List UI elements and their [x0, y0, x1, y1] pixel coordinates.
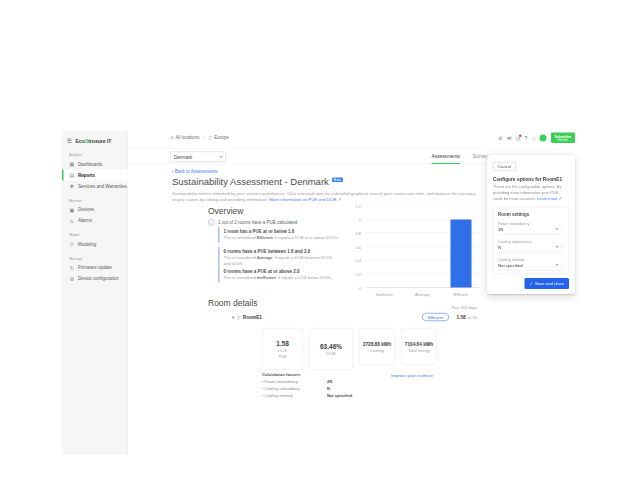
room-settings-card: Room settings Power redundancy 2N ▾ ⋮ Co…: [493, 207, 569, 275]
modeling-icon: ◇: [69, 241, 75, 247]
tab-assessments[interactable]: Assessments: [432, 149, 460, 164]
utility-icons: ⊘ ✉ ◷ ? ∷ Schneider Electric: [498, 133, 575, 144]
room-pue-tolerance: ±0.26: [467, 316, 477, 321]
tile-pue: 1.58 ±0.26 PUE: [262, 328, 303, 370]
pue-dcie-info-link[interactable]: More information on PUE and DCiE ↗: [269, 197, 341, 202]
location-pin-icon: ⊙: [170, 135, 174, 140]
search-icon[interactable]: ⊘: [498, 135, 502, 140]
cooling-method-select[interactable]: Cooling method Not specified ▾ ⋮: [498, 257, 564, 271]
firmware-update-icon: ↻: [69, 265, 75, 271]
sidebar-item-alarms[interactable]: ⚠ Alarms: [62, 215, 128, 226]
sidebar-section-monitor: Monitor: [69, 198, 128, 203]
chart-ytick-label: 1.2: [350, 204, 361, 209]
chart-bar-efficient: [450, 220, 471, 288]
sidebar-item-device-configuration[interactable]: ⚙ Device configuration: [62, 273, 128, 284]
schneider-electric-logo[interactable]: Schneider Electric: [551, 133, 575, 144]
devices-icon: ▣: [69, 207, 75, 213]
panel-description: These are the configurable options. By p…: [493, 184, 569, 202]
room-pue-value: 1.58 ±0.26: [456, 315, 477, 321]
tile-cooling: 3728.88 kWh Cooling: [359, 328, 395, 365]
alarms-icon: ⚠: [69, 218, 75, 224]
sidebar-item-devices[interactable]: ▣ Devices: [62, 204, 128, 215]
chart-xtick-label: Average: [415, 292, 430, 297]
beta-badge: Beta: [332, 178, 343, 183]
tile-dcie: 63.46% DCiE: [309, 328, 353, 370]
sidebar-item-dashboards[interactable]: ▦ Dashboards: [62, 159, 128, 170]
check-icon: ✓: [529, 281, 533, 286]
hamburger-menu-icon[interactable]: ☰: [67, 137, 72, 144]
calculation-factors-heading: Calculation factors: [262, 372, 352, 377]
room-settings-title: Room settings: [498, 212, 564, 217]
top-bar: ⊙ All locations ∕ ▢ Europe ⊘ ✉ ◷ ? ∷: [128, 130, 575, 149]
location-breadcrumb: ⊙ All locations ∕ ▢ Europe: [170, 135, 229, 140]
chart-xtick-label: Inefficient: [376, 292, 393, 297]
expand-caret-icon[interactable]: ▾: [232, 314, 234, 319]
chart-ylabels: 00.20.40.60.811.2: [350, 206, 363, 288]
room-icon: ▯: [237, 314, 239, 319]
room-row[interactable]: ▾ ▯ RoomE1 Efficient 1.58 ±0.26: [208, 313, 495, 323]
region-icon: ▢: [208, 135, 212, 140]
country-select[interactable]: Denmark ▾: [170, 152, 226, 163]
back-to-assessments-link[interactable]: ‹ Back to Assessments: [172, 169, 218, 174]
device-configuration-icon: ⚙: [69, 276, 75, 282]
overview-summary: 1 out of 2 rooms have a PUE calculated: [218, 220, 297, 225]
calculation-factors: Calculation factors Power redundancy 2N …: [262, 372, 352, 398]
overview-summary-row: ✓ 1 out of 2 rooms have a PUE calculated: [208, 219, 297, 226]
period-label: Past 365 days: [452, 305, 477, 310]
notification-badge: [519, 134, 522, 137]
room-details-heading: Room details: [208, 298, 258, 308]
page-title-row: Sustainability Assessment - Denmark Beta: [172, 177, 343, 188]
kebab-menu-icon[interactable]: ⋮: [559, 245, 564, 250]
chart-gridline: [365, 206, 480, 207]
overview-item-average[interactable]: 0 rooms have a PUE between 1.6 and 2.0 T…: [218, 247, 340, 268]
sidebar-item-services-warranties[interactable]: ❖ Services and Warranties: [62, 181, 128, 192]
learn-more-link[interactable]: Learn more ↗: [537, 197, 562, 202]
sidebar-section-manage: Manage: [69, 256, 128, 261]
metric-tiles: 1.58 ±0.26 PUE 63.46% DCiE 3728.88 kWh C…: [262, 328, 437, 370]
chart-xtick-label: Efficient: [454, 292, 468, 297]
reports-icon: ▤: [69, 172, 75, 178]
breadcrumb-separator: ∕: [204, 135, 205, 140]
chart-ytick-label: 1: [350, 218, 361, 223]
checklist-check-icon: ✓: [208, 219, 215, 226]
screenshot-canvas: ☰ EcoStruxure IT Analyze ▦ Dashboards ▤ …: [0, 0, 640, 480]
sidebar-logo-row: ☰ EcoStruxure IT: [62, 130, 128, 146]
rating-efficient: Efficient: [257, 236, 273, 241]
pue-rating-bar-chart: 00.20.40.60.811.2 InefficientAverageEffi…: [350, 206, 482, 300]
improve-estimate-link[interactable]: Improve your estimate: [391, 373, 433, 378]
apps-grid-icon[interactable]: ∷: [532, 135, 535, 140]
room-name: RoomE1: [243, 314, 262, 320]
sidebar-item-modeling[interactable]: ◇ Modeling: [62, 239, 128, 250]
chart-ytick-label: 0.4: [350, 259, 361, 264]
rating-average: Average: [257, 256, 273, 261]
save-and-close-button[interactable]: ✓ Save and close: [524, 278, 569, 289]
cancel-button[interactable]: Cancel: [493, 162, 516, 171]
tile-total-energy: 7104.64 kWh Total energy: [401, 328, 437, 365]
kebab-menu-icon[interactable]: ⋮: [559, 227, 564, 232]
user-avatar[interactable]: [540, 134, 547, 141]
cooling-redundancy-select[interactable]: Cooling redundancy N ▾ ⋮: [498, 239, 564, 253]
configure-options-panel: Cancel Configure options for RoomE1 Thes…: [487, 155, 575, 294]
all-locations-chip[interactable]: ⊙ All locations: [170, 135, 200, 140]
page-title: Sustainability Assessment - Denmark: [172, 177, 329, 188]
calc-row-power-redundancy: Power redundancy 2N: [262, 380, 352, 385]
sidebar-item-firmware-update[interactable]: ↻ Firmware update: [62, 262, 128, 273]
overview-heading: Overview: [208, 206, 243, 216]
chart-ytick-label: 0.2: [350, 272, 361, 277]
feedback-icon[interactable]: ✉: [507, 135, 511, 140]
panel-title: Configure options for RoomE1: [493, 177, 569, 183]
rating-inefficient: Inefficient: [257, 276, 276, 281]
kebab-menu-icon[interactable]: ⋮: [559, 263, 564, 268]
page-description: Sustainability metrics informed by your …: [172, 190, 480, 203]
chart-ytick-label: 0.8: [350, 231, 361, 236]
power-redundancy-select[interactable]: Power redundancy 2N ▾ ⋮: [498, 221, 564, 235]
chart-xlabels: InefficientAverageEfficient: [365, 290, 480, 300]
europe-chip[interactable]: ▢ Europe: [208, 135, 229, 140]
overview-item-efficient[interactable]: 1 room has a PUE at or below 1.6 This is…: [218, 227, 340, 242]
chevron-down-icon: ▾: [556, 227, 558, 232]
help-icon[interactable]: ?: [525, 135, 528, 140]
overview-item-inefficient[interactable]: 0 rooms have a PUE at or above 2.0 This …: [218, 267, 340, 282]
notifications-bell-icon[interactable]: ◷: [516, 135, 520, 140]
chevron-down-icon: ▾: [556, 245, 558, 250]
sidebar-item-reports[interactable]: ▤ Reports: [62, 170, 128, 181]
